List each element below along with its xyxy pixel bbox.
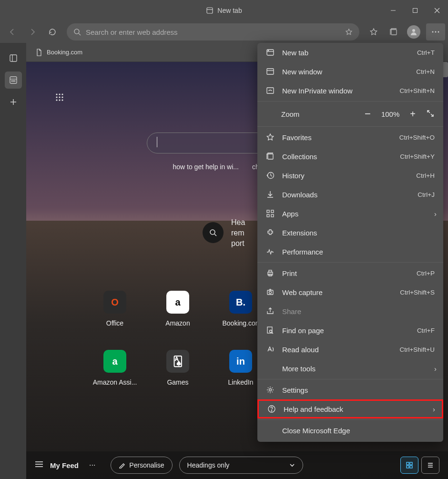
menu-downloads[interactable]: DownloadsCtrl+J	[257, 185, 443, 204]
personalise-button[interactable]: Personalise	[111, 457, 172, 474]
menu-share: Share	[257, 302, 443, 321]
download-icon	[266, 190, 275, 199]
svg-rect-0	[207, 8, 213, 13]
games-icon: 🂡	[166, 350, 189, 373]
menu-help-feedback[interactable]: Help and feedback›	[257, 399, 443, 418]
profile-button[interactable]	[404, 23, 423, 41]
menu-more-tools[interactable]: More tools›	[257, 359, 443, 378]
svg-point-26	[59, 96, 60, 98]
layout-dropdown[interactable]: Headings only	[179, 457, 303, 474]
minimize-button[interactable]	[382, 0, 404, 21]
svg-point-27	[61, 96, 63, 98]
menu-print[interactable]: PrintCtrl+P	[257, 264, 443, 283]
svg-point-31	[210, 230, 215, 234]
svg-rect-56	[269, 270, 272, 272]
tab[interactable]: Booking.com	[30, 46, 88, 59]
address-input[interactable]	[86, 28, 340, 36]
menu-find[interactable]: Find on pageCtrl+F	[257, 321, 443, 340]
back-button[interactable]	[3, 23, 22, 41]
find-icon	[266, 326, 275, 335]
favorites-button[interactable]	[364, 23, 383, 41]
trending-item[interactable]: how to get help in wi...	[173, 163, 239, 171]
svg-rect-8	[391, 30, 397, 35]
apps-grid-icon[interactable]	[55, 92, 64, 104]
share-icon	[266, 307, 275, 316]
tile-amazon-assistant[interactable]: aAmazon Assi...	[83, 350, 146, 386]
sidebar	[0, 43, 26, 479]
forward-button[interactable]	[23, 23, 42, 41]
capture-icon	[266, 288, 275, 296]
read-aloud-icon	[266, 345, 275, 354]
svg-point-10	[432, 31, 434, 33]
svg-rect-37	[410, 462, 412, 465]
menu-read-aloud[interactable]: Read aloudCtrl+Shift+U	[257, 340, 443, 359]
extensions-icon	[266, 228, 275, 237]
star-add-icon[interactable]	[345, 28, 353, 36]
tab-actions-button[interactable]	[5, 71, 22, 89]
tile-office[interactable]: OOffice	[83, 291, 146, 327]
svg-rect-13	[10, 55, 17, 61]
menu-performance[interactable]: Performance	[257, 242, 443, 261]
collections-icon	[266, 152, 275, 161]
svg-point-63	[269, 389, 272, 391]
svg-rect-49	[268, 154, 273, 159]
menu-new-window[interactable]: New windowCtrl+N	[257, 62, 443, 81]
tile-amazon[interactable]: aAmazon	[146, 291, 209, 327]
svg-point-24	[61, 93, 63, 95]
menu-inprivate[interactable]: New InPrivate windowCtrl+Shift+N	[257, 81, 443, 100]
svg-rect-39	[410, 466, 412, 468]
maximize-button[interactable]	[404, 0, 426, 21]
inprivate-icon	[266, 86, 275, 95]
new-tab-button[interactable]	[5, 93, 22, 111]
svg-point-65	[271, 410, 272, 411]
menu-new-tab[interactable]: New tabCtrl+T	[257, 43, 443, 62]
zoom-in-button[interactable]: +	[410, 109, 416, 120]
apps-icon	[266, 209, 275, 218]
grid-view-button[interactable]	[400, 457, 418, 474]
collections-button[interactable]	[384, 23, 403, 41]
refresh-button[interactable]	[43, 23, 62, 41]
vertical-tabs-button[interactable]	[5, 50, 22, 67]
menu-apps[interactable]: Apps›	[257, 204, 443, 223]
fullscreen-button[interactable]	[426, 109, 435, 119]
close-button[interactable]	[426, 0, 448, 21]
svg-point-23	[59, 93, 60, 95]
svg-rect-3	[413, 9, 417, 13]
menu-settings[interactable]: Settings	[257, 380, 443, 399]
more-button[interactable]	[426, 23, 445, 41]
svg-rect-38	[407, 466, 409, 468]
gear-icon	[266, 386, 275, 394]
svg-rect-51	[267, 210, 269, 213]
office-icon: O	[103, 291, 126, 314]
window-icon	[266, 67, 275, 76]
svg-point-45	[268, 50, 268, 51]
menu-zoom: Zoom − 100% +	[257, 102, 443, 125]
menu-close-edge[interactable]: Close Microsoft Edge	[257, 421, 443, 440]
performance-icon	[266, 247, 275, 256]
star-icon	[266, 133, 275, 142]
menu-history[interactable]: HistoryCtrl+H	[257, 166, 443, 185]
list-view-button[interactable]	[421, 457, 439, 474]
menu-collections[interactable]: CollectionsCtrl+Shift+Y	[257, 147, 443, 166]
menu-web-capture[interactable]: Web captureCtrl+Shift+S	[257, 283, 443, 302]
svg-rect-46	[267, 69, 274, 74]
zoom-out-button[interactable]: −	[365, 108, 371, 120]
svg-point-6	[74, 29, 79, 34]
hamburger-icon[interactable]	[35, 461, 43, 469]
address-bar[interactable]	[67, 23, 359, 41]
amazon-icon: a	[166, 291, 189, 314]
svg-point-9	[412, 29, 415, 32]
menu-extensions[interactable]: Extensions	[257, 223, 443, 242]
zoom-value: 100%	[381, 110, 399, 118]
page-icon	[35, 49, 43, 56]
tab-label: Booking.com	[47, 49, 82, 56]
news-search-icon[interactable]	[203, 222, 224, 243]
tile-games[interactable]: 🂡Games	[146, 350, 209, 386]
svg-rect-54	[271, 214, 274, 217]
svg-rect-53	[267, 214, 269, 217]
svg-rect-15	[10, 77, 17, 83]
feed-more-icon[interactable]: ···	[89, 461, 95, 469]
svg-point-59	[269, 291, 272, 294]
menu-favorites[interactable]: FavoritesCtrl+Shift+O	[257, 128, 443, 147]
search-icon	[73, 28, 81, 36]
